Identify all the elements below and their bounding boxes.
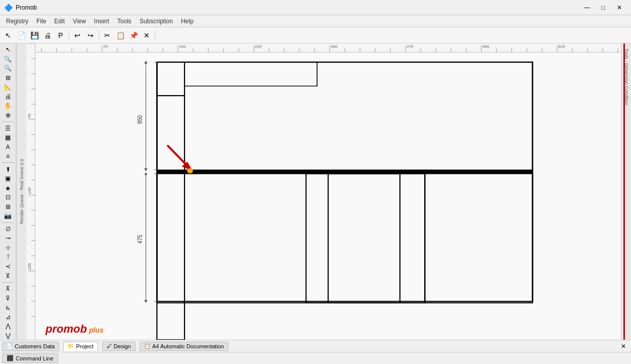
status-tab-label-1: Project	[76, 343, 93, 349]
sidebar-btn-tool16[interactable]: ⊻	[2, 271, 15, 280]
status-tab-customers-data[interactable]: 📄Customers Data	[2, 342, 59, 351]
menubar: RegistryFileEditViewInsertToolsSubscript…	[0, 15, 631, 27]
toolbar: ↖📄💾🖨P↩↪✂📋📌✕	[0, 27, 631, 43]
sidebar-btn-tool22[interactable]: ⋁	[2, 331, 15, 340]
toolbar-sep-8	[99, 30, 99, 40]
sidebar-btn-tool5[interactable]: ⬆	[2, 165, 15, 173]
titlebar: 🔷 Promob — □ ✕	[0, 0, 631, 15]
maximize-button[interactable]: □	[596, 3, 611, 13]
toolbar-sep-13	[155, 30, 155, 40]
sidebar-btn-hand[interactable]: ✋	[2, 102, 15, 110]
sidebar-btn-tool13[interactable]: ⊹	[2, 244, 15, 252]
cmd-tab-label-0: Command Line	[16, 355, 54, 361]
sidebar-btn-tool10[interactable]: 📷	[2, 212, 15, 220]
ruler-left	[26, 43, 35, 340]
status-tab-a4-automatic-documentation[interactable]: 📋A4 Automatic Documentation	[140, 342, 229, 351]
sidebar-btn-tool9[interactable]: ⊞	[2, 203, 15, 211]
menu-item-insert[interactable]: Insert	[90, 17, 113, 26]
close-button[interactable]: ✕	[612, 3, 627, 13]
app-title: Promob	[16, 4, 37, 11]
promob-text: promob	[46, 323, 87, 336]
sidebar-btn-tool18[interactable]: ⊽	[2, 294, 15, 302]
app-icon: 🔷	[4, 4, 13, 12]
menu-item-subscription[interactable]: Subscription	[136, 17, 177, 26]
menu-item-help[interactable]: Help	[177, 17, 198, 26]
sidebar-sep-8	[2, 121, 14, 122]
sidebar-btn-tool1[interactable]: ☰	[2, 124, 15, 132]
menu-item-edit[interactable]: Edit	[50, 17, 69, 26]
status-tab-icon-3: 📋	[144, 343, 150, 349]
sidebar-btn-tool17[interactable]: ⊼	[2, 285, 15, 293]
save-toolbar-btn[interactable]: 💾	[28, 29, 40, 41]
paste-toolbar-btn[interactable]: 📌	[127, 29, 140, 41]
copy-toolbar-btn[interactable]: 📋	[114, 29, 126, 41]
sidebar-btn-tool6[interactable]: ▣	[2, 174, 15, 183]
cmd-tab-icon-0: ⬛	[7, 355, 14, 361]
sidebar-btn-tool20[interactable]: ⊿	[2, 312, 15, 321]
delete-toolbar-btn[interactable]: ✕	[141, 29, 153, 41]
sidebar-btn-tool8[interactable]: ⊡	[2, 193, 15, 202]
sidebar-btn-zoom-out[interactable]: 🔍	[2, 64, 15, 73]
svg-text:475: 475	[137, 235, 143, 244]
svg-rect-4	[157, 170, 532, 174]
vert-panel: Render Queue - Real Scene 2.0	[16, 43, 26, 340]
select-toolbar-btn[interactable]: ↖	[2, 29, 14, 41]
drawing-area[interactable]: 950 475	[35, 53, 621, 340]
svg-point-16	[187, 168, 193, 173]
sidebar-btn-move[interactable]: ⊕	[2, 111, 15, 120]
ruler-top-canvas	[26, 43, 621, 52]
status-tab-project[interactable]: 📁Project	[63, 342, 98, 351]
cmd-tab-0[interactable]: ⬛ Command Line	[2, 353, 58, 363]
undo-toolbar-btn[interactable]: ↩	[71, 29, 83, 41]
red-line	[623, 43, 625, 340]
pdf-toolbar-btn[interactable]: P	[55, 29, 67, 41]
canvas-area[interactable]: 950 475	[26, 43, 621, 340]
svg-text:950: 950	[137, 115, 143, 124]
vert-label: Render Queue - Real Scene 2.0	[19, 159, 24, 224]
main-area: ↖🔍🔍⊞📐🖨✋⊕☰▦A≡⬆▣◈⊡⊞📷∅⊸⊹⊺≺⊻⊼⊽⊾⊿⋀⋁ Render Qu…	[0, 43, 631, 340]
promob-plus: plus	[89, 326, 104, 334]
minimize-button[interactable]: —	[579, 3, 595, 13]
status-tab-label-0: Customers Data	[15, 343, 55, 349]
right-panel: Tools - Dimension Condition	[621, 43, 631, 340]
sidebar-sep-27	[2, 282, 14, 283]
menu-item-file[interactable]: File	[32, 17, 50, 26]
redo-toolbar-btn[interactable]: ↪	[84, 29, 97, 41]
toolbar-sep-5	[69, 30, 69, 40]
sidebar-btn-zoom-in[interactable]: 🔍	[2, 55, 15, 64]
ruler-left-canvas	[26, 43, 35, 331]
sidebar-sep-13	[2, 162, 14, 163]
sidebar-btn-tool11[interactable]: ∅	[2, 225, 15, 234]
sidebar-btn-tool7[interactable]: ◈	[2, 184, 15, 192]
menu-item-registry[interactable]: Registry	[2, 17, 32, 26]
statusbar-close-button[interactable]: ✕	[618, 342, 629, 351]
titlebar-controls: — □ ✕	[579, 3, 627, 13]
sidebar-btn-tool14[interactable]: ⊺	[2, 253, 15, 261]
sidebar-btn-measure[interactable]: 📐	[2, 83, 15, 92]
left-sidebar: ↖🔍🔍⊞📐🖨✋⊕☰▦A≡⬆▣◈⊡⊞📷∅⊸⊹⊺≺⊻⊼⊽⊾⊿⋀⋁	[0, 43, 16, 340]
sidebar-btn-tool3[interactable]: A	[2, 143, 15, 151]
menu-item-tools[interactable]: Tools	[113, 17, 136, 26]
sidebar-btn-tool19[interactable]: ⊾	[2, 303, 15, 312]
status-tab-icon-1: 📁	[68, 343, 74, 349]
sidebar-btn-print2[interactable]: 🖨	[2, 93, 15, 101]
status-tab-icon-2: 🖊	[107, 343, 112, 349]
sidebar-sep-20	[2, 222, 14, 223]
sidebar-btn-zoom-window[interactable]: ⊞	[2, 74, 15, 82]
menu-item-view[interactable]: View	[69, 17, 90, 26]
print-toolbar-btn[interactable]: 🖨	[41, 29, 54, 41]
new-toolbar-btn[interactable]: 📄	[15, 29, 27, 41]
titlebar-left: 🔷 Promob	[4, 4, 37, 12]
sidebar-btn-tool2[interactable]: ▦	[2, 133, 15, 142]
cut-toolbar-btn[interactable]: ✂	[101, 29, 113, 41]
status-tab-label-2: Design	[114, 343, 131, 349]
status-tab-label-3: A4 Automatic Documentation	[152, 343, 224, 349]
sidebar-btn-tool21[interactable]: ⋀	[2, 322, 15, 331]
sidebar-btn-tool12[interactable]: ⊸	[2, 234, 15, 243]
sidebar-btn-tool4[interactable]: ≡	[2, 152, 15, 161]
ruler-top	[26, 43, 621, 53]
status-tab-design[interactable]: 🖊Design	[102, 342, 136, 351]
sidebar-btn-cursor[interactable]: ↖	[2, 46, 15, 54]
cabinet-svg: 950 475	[35, 53, 621, 340]
sidebar-btn-tool15[interactable]: ≺	[2, 262, 15, 271]
